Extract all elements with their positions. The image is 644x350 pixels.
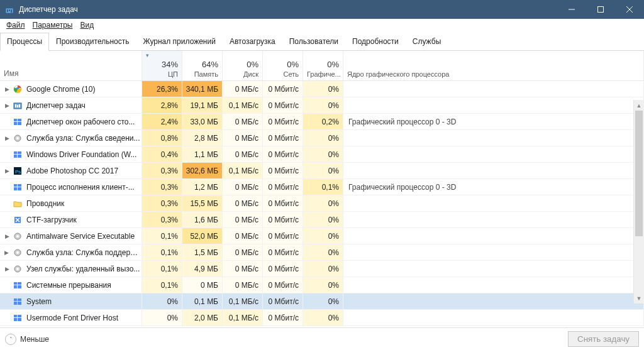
vertical-scrollbar[interactable]: ▲ ▼ (633, 100, 644, 304)
tab-performance[interactable]: Производительность (49, 33, 136, 50)
svg-rect-21 (18, 151, 21, 154)
disk-cell: 0,1 МБ/с (223, 310, 263, 325)
table-row[interactable]: Системные прерывания0,1%0 МБ0 МБ/с0 Мбит… (0, 277, 644, 293)
tab-details[interactable]: Подробности (345, 33, 406, 50)
process-name: System (26, 297, 52, 306)
col-network[interactable]: 0% Сеть (263, 51, 303, 80)
table-row[interactable]: Проводник0,3%15,5 МБ0 МБ/с0 Мбит/с0% (0, 195, 644, 212)
expand-icon[interactable]: ▶ (3, 233, 11, 239)
svg-rect-15 (18, 119, 21, 121)
expand-icon[interactable]: ▶ (3, 86, 11, 92)
col-gpu-engine[interactable]: Ядро графического процессора (343, 51, 644, 80)
minimize-button[interactable] (557, 0, 586, 19)
disk-cell: 0 МБ/с (223, 261, 263, 276)
tab-startup[interactable]: Автозагрузка (223, 33, 282, 50)
disk-cell: 0 МБ/с (223, 277, 263, 293)
window-title: Диспетчер задач (19, 5, 557, 14)
svg-point-34 (16, 251, 19, 254)
memory-cell: 52,0 МБ (182, 228, 223, 244)
process-icon (13, 313, 23, 323)
gpu-cell: 0,2% (303, 114, 343, 129)
network-cell: 0 Мбит/с (263, 130, 303, 146)
table-row[interactable]: ▶Antimalware Service Executable0,1%52,0 … (0, 228, 644, 244)
table-row[interactable]: ▶Google Chrome (10)26,3%340,1 МБ0 МБ/с0 … (0, 81, 644, 97)
process-name: CTF-загрузчик (26, 216, 77, 224)
app-icon (0, 5, 19, 14)
memory-cell: 302,6 МБ (182, 163, 223, 178)
tab-services[interactable]: Службы (406, 33, 448, 50)
svg-rect-27 (18, 184, 21, 187)
tab-processes[interactable]: Процессы (0, 33, 49, 51)
memory-cell: 1,2 МБ (182, 179, 223, 195)
table-row[interactable]: Диспетчер окон рабочего сто...2,4%33,0 М… (0, 114, 644, 130)
svg-rect-11 (15, 104, 16, 107)
gpu-engine-cell (343, 146, 644, 162)
scroll-thumb[interactable] (635, 111, 643, 236)
memory-cell: 0,1 МБ (182, 293, 223, 309)
process-name: Системные прерывания (26, 281, 111, 290)
process-icon (13, 264, 23, 274)
network-cell: 0 Мбит/с (263, 293, 303, 309)
table-row[interactable]: ▶Служба узла: Служба поддерж...0,1%1,5 М… (0, 244, 644, 261)
network-cell: 0 Мбит/с (263, 81, 303, 97)
svg-rect-41 (14, 298, 17, 301)
table-row[interactable]: ▶Диспетчер задач2,8%19,1 МБ0,1 МБ/с0 Мби… (0, 97, 644, 114)
table-row[interactable]: ▶Служба узла: Служба сведени...0,8%2,8 М… (0, 130, 644, 146)
process-name: Windows Driver Foundation (W... (26, 150, 136, 159)
cpu-cell: 0,8% (142, 130, 182, 146)
table-row[interactable]: CTF-загрузчик0,3%1,6 МБ0 МБ/с0 Мбит/с0% (0, 212, 644, 228)
memory-cell: 19,1 МБ (182, 97, 223, 113)
maximize-button[interactable] (586, 0, 615, 19)
svg-rect-46 (18, 315, 21, 317)
process-icon (13, 231, 23, 241)
menu-view[interactable]: Вид (76, 19, 97, 31)
end-task-button[interactable]: Снять задачу (568, 331, 639, 347)
svg-rect-5 (598, 7, 604, 13)
network-cell: 0 Мбит/с (263, 228, 303, 244)
tab-users[interactable]: Пользователи (282, 33, 345, 50)
svg-rect-17 (18, 122, 21, 125)
expand-icon[interactable]: ▶ (3, 266, 11, 272)
gpu-engine-cell (343, 293, 644, 309)
memory-cell: 4,9 МБ (182, 261, 223, 276)
table-row[interactable]: Процесс исполнения клиент-...0,3%1,2 МБ0… (0, 179, 644, 195)
table-row[interactable]: Usermode Font Driver Host0%2,0 МБ0,1 МБ/… (0, 310, 644, 326)
table-row[interactable]: Windows Driver Foundation (W...0,4%1,1 М… (0, 146, 644, 163)
close-button[interactable] (615, 0, 644, 19)
svg-rect-13 (19, 104, 20, 107)
svg-rect-3 (11, 9, 12, 13)
fewer-details-button[interactable]: ˄ Меньше (5, 334, 49, 345)
col-gpu[interactable]: 0% Графиче... (303, 51, 343, 80)
scroll-up-icon[interactable]: ▲ (634, 100, 644, 111)
svg-rect-14 (14, 119, 17, 121)
scroll-down-icon[interactable]: ▼ (634, 293, 644, 304)
expand-icon[interactable]: ▶ (3, 102, 11, 109)
gpu-engine-cell (343, 212, 644, 227)
svg-rect-39 (14, 285, 17, 288)
network-cell: 0 Мбит/с (263, 163, 303, 178)
expand-icon[interactable]: ▶ (3, 168, 11, 174)
disk-cell: 0 МБ/с (223, 130, 263, 146)
titlebar[interactable]: Диспетчер задач (0, 0, 644, 19)
table-row[interactable]: System0%0,1 МБ0,1 МБ/с0 Мбит/с0% (0, 293, 644, 310)
menu-options[interactable]: Параметры (29, 19, 77, 31)
svg-rect-23 (18, 155, 21, 158)
col-memory[interactable]: 64% Память (182, 51, 223, 80)
expand-icon[interactable]: ▶ (3, 135, 11, 141)
gpu-engine-cell (343, 195, 644, 211)
col-name[interactable]: Имя (0, 51, 142, 80)
col-disk[interactable]: 0% Диск (223, 51, 263, 80)
expand-icon[interactable]: ▶ (3, 249, 11, 256)
col-cpu[interactable]: ▾ 34% ЦП (142, 51, 182, 80)
process-icon (13, 248, 23, 258)
disk-cell: 0,1 МБ/с (223, 163, 263, 178)
tab-apphistory[interactable]: Журнал приложений (136, 33, 223, 50)
menu-file[interactable]: Файл (3, 19, 29, 31)
network-cell: 0 Мбит/с (263, 114, 303, 129)
gpu-engine-cell (343, 261, 644, 276)
memory-cell: 15,5 МБ (182, 195, 223, 211)
process-icon (13, 117, 23, 127)
process-icon (13, 182, 23, 192)
table-row[interactable]: ▶PsAdobe Photoshop CC 20170,3%302,6 МБ0,… (0, 163, 644, 179)
table-row[interactable]: ▶Узел службы: удаленный вызо...0,1%4,9 М… (0, 261, 644, 277)
